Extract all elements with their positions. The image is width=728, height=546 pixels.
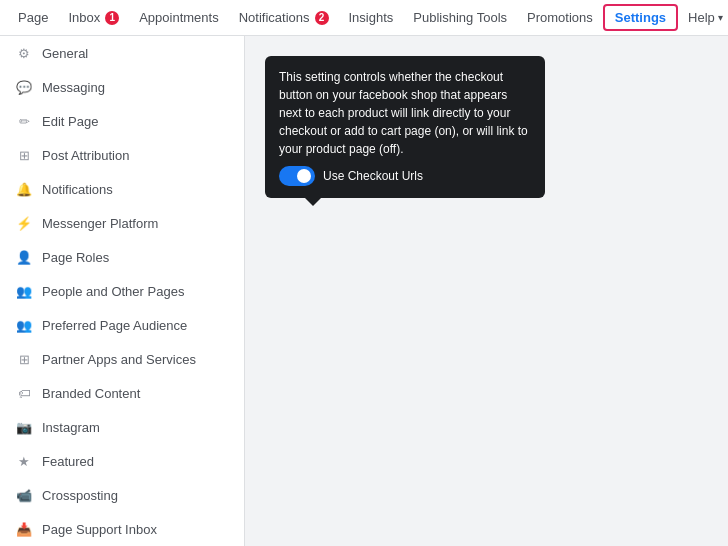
inbox-badge: 1 xyxy=(105,11,119,25)
sidebar-item-post-attribution[interactable]: ⊞ Post Attribution xyxy=(0,138,244,172)
sidebar-item-page-support-inbox[interactable]: 📥 Page Support Inbox xyxy=(0,512,244,546)
audience-icon: 👥 xyxy=(16,317,32,333)
sidebar-item-partner-apps[interactable]: ⊞ Partner Apps and Services xyxy=(0,342,244,376)
nav-publishing-tools[interactable]: Publishing Tools xyxy=(403,2,517,33)
nav-promotions[interactable]: Promotions xyxy=(517,2,603,33)
instagram-icon: 📷 xyxy=(16,419,32,435)
post-attribution-icon: ⊞ xyxy=(16,147,32,163)
nav-page[interactable]: Page xyxy=(8,2,58,33)
branded-content-icon: 🏷 xyxy=(16,385,32,401)
checkout-url-tooltip: This setting controls whether the checko… xyxy=(265,56,545,198)
sidebar-item-people-other-pages[interactable]: 👥 People and Other Pages xyxy=(0,274,244,308)
sidebar-item-messenger-platform[interactable]: ⚡ Messenger Platform xyxy=(0,206,244,240)
star-icon: ★ xyxy=(16,453,32,469)
sidebar-item-preferred-page-audience[interactable]: 👥 Preferred Page Audience xyxy=(0,308,244,342)
page-layout: ⚙ General 💬 Messaging ✏ Edit Page ⊞ Post… xyxy=(0,36,728,546)
toggle-row: Use Checkout Urls xyxy=(279,166,531,186)
top-navigation: Page Inbox 1 Appointments Notifications … xyxy=(0,0,728,36)
sidebar-item-branded-content[interactable]: 🏷 Branded Content xyxy=(0,376,244,410)
inbox-icon: 📥 xyxy=(16,521,32,537)
toggle-label: Use Checkout Urls xyxy=(323,167,423,185)
nav-help[interactable]: Help ▾ xyxy=(678,2,728,33)
video-icon: 📹 xyxy=(16,487,32,503)
tooltip-text: This setting controls whether the checko… xyxy=(279,68,531,158)
help-chevron-icon: ▾ xyxy=(718,12,723,23)
sidebar-item-crossposting[interactable]: 📹 Crossposting xyxy=(0,478,244,512)
messaging-icon: 💬 xyxy=(16,79,32,95)
nav-appointments[interactable]: Appointments xyxy=(129,2,229,33)
gear-icon: ⚙ xyxy=(16,45,32,61)
sidebar-item-instagram[interactable]: 📷 Instagram xyxy=(0,410,244,444)
nav-settings[interactable]: Settings xyxy=(603,4,678,31)
people-icon: 👥 xyxy=(16,283,32,299)
messenger-icon: ⚡ xyxy=(16,215,32,231)
edit-icon: ✏ xyxy=(16,113,32,129)
sidebar-item-featured[interactable]: ★ Featured xyxy=(0,444,244,478)
nav-insights[interactable]: Insights xyxy=(339,2,404,33)
partner-apps-icon: ⊞ xyxy=(16,351,32,367)
bell-icon: 🔔 xyxy=(16,181,32,197)
nav-inbox[interactable]: Inbox 1 xyxy=(58,2,129,33)
sidebar-item-general[interactable]: ⚙ General xyxy=(0,36,244,70)
checkout-url-toggle[interactable] xyxy=(279,166,315,186)
settings-sidebar: ⚙ General 💬 Messaging ✏ Edit Page ⊞ Post… xyxy=(0,36,245,546)
sidebar-item-edit-page[interactable]: ✏ Edit Page xyxy=(0,104,244,138)
sidebar-item-notifications[interactable]: 🔔 Notifications xyxy=(0,172,244,206)
nav-notifications[interactable]: Notifications 2 xyxy=(229,2,339,33)
person-icon: 👤 xyxy=(16,249,32,265)
sidebar-item-page-roles[interactable]: 👤 Page Roles xyxy=(0,240,244,274)
sidebar-item-messaging[interactable]: 💬 Messaging xyxy=(0,70,244,104)
notifications-badge: 2 xyxy=(315,11,329,25)
main-content: This setting controls whether the checko… xyxy=(245,36,728,546)
